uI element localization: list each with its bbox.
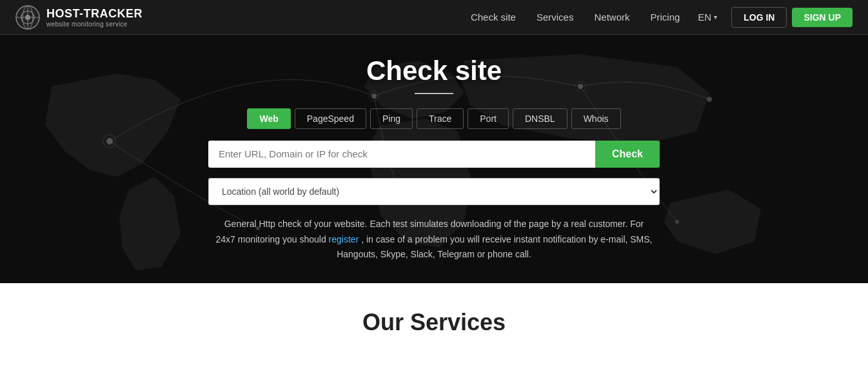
nav-check-site[interactable]: Check site [462, 6, 525, 28]
check-button[interactable]: Check [595, 141, 660, 168]
nav-pricing[interactable]: Pricing [641, 6, 689, 28]
desc-text-2: , in case of a problem you will receive … [337, 234, 652, 260]
tab-dnsbl[interactable]: DNSBL [513, 108, 567, 129]
nav-services[interactable]: Services [528, 6, 583, 28]
hero-divider [415, 93, 453, 94]
brand-name: HOST-TRACKER [46, 7, 143, 21]
url-search-input[interactable] [208, 141, 595, 168]
navbar: HOST-TRACKER website monitoring service … [0, 0, 868, 35]
brand-subtitle: website monitoring service [46, 21, 143, 28]
check-type-tabs: Web PageSpeed Ping Trace Port DNSBL Whoi… [247, 108, 620, 129]
register-link[interactable]: register [329, 234, 359, 244]
search-row: Check [208, 141, 660, 168]
hero-content: Check site Web PageSpeed Ping Trace Port… [0, 55, 868, 263]
services-title: Our Services [15, 309, 853, 336]
tab-port[interactable]: Port [468, 108, 509, 129]
signup-button[interactable]: SIGN UP [792, 8, 853, 27]
nav-network[interactable]: Network [585, 6, 638, 28]
chevron-down-icon: ▾ [714, 14, 717, 21]
brand-logo-icon [15, 5, 40, 30]
tab-trace[interactable]: Trace [417, 108, 464, 129]
language-selector[interactable]: EN ▾ [691, 6, 724, 28]
services-section: Our Services [0, 283, 868, 355]
login-button[interactable]: LOG IN [731, 7, 787, 28]
location-select[interactable]: Location (all world by default) North Am… [208, 178, 660, 205]
nav-links: Check site Services Network Pricing EN ▾… [462, 6, 853, 28]
tab-ping[interactable]: Ping [370, 108, 413, 129]
hero-title: Check site [366, 55, 502, 86]
hero-section: Check site Web PageSpeed Ping Trace Port… [0, 35, 868, 283]
lang-label: EN [698, 12, 711, 23]
hero-description: General Http check of your website. Each… [215, 217, 653, 263]
tab-pagespeed[interactable]: PageSpeed [295, 108, 366, 129]
tab-whois[interactable]: Whois [571, 108, 621, 129]
brand-text: HOST-TRACKER website monitoring service [46, 7, 143, 28]
brand-logo-link[interactable]: HOST-TRACKER website monitoring service [15, 5, 143, 30]
tab-web[interactable]: Web [247, 108, 290, 129]
